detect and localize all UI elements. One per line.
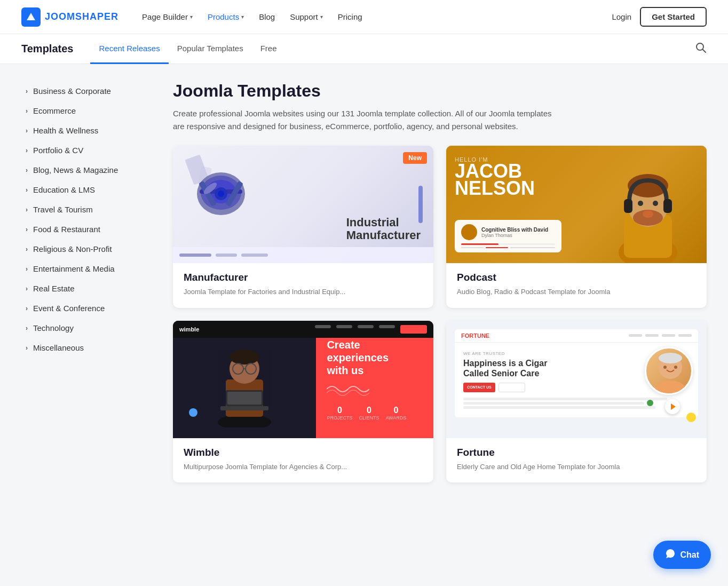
svg-point-36 [663,366,667,369]
template-thumb-manufacturer: IndustrialManufacturer New [173,146,433,263]
template-card-podcast[interactable]: HELLO I'M JACOBNELSON Cognitive Bliss wi… [446,146,707,308]
svg-point-37 [674,366,677,369]
chevron-right-icon: › [26,186,28,194]
chevron-right-icon: › [26,324,28,332]
get-started-button[interactable]: Get Started [640,7,707,27]
main-content: › Business & Corporate › Ecommerce › Hea… [0,64,728,586]
sidebar-item-travel[interactable]: › Travel & Tourism [21,200,149,219]
svg-point-21 [653,201,658,206]
tab-popular-templates[interactable]: Popular Templates [169,34,252,64]
template-info-podcast: Podcast Audio Blog, Radio & Podcast Temp… [446,263,707,308]
chevron-down-icon: ▾ [190,14,193,20]
svg-rect-19 [663,199,672,213]
template-thumb-fortune: FORTUNE WE ARE TRUSTED [446,321,707,438]
template-name: Podcast [457,272,696,283]
chevron-right-icon: › [26,167,28,174]
logo-icon [21,7,41,27]
tab-free[interactable]: Free [252,34,286,64]
sidebar-item-portfolio[interactable]: › Portfolio & CV [21,140,149,160]
sidebar-item-blog[interactable]: › Blog, News & Magazine [21,160,149,180]
template-card-wimble[interactable]: Createexperienceswith us 0 [173,321,433,483]
sidebar-item-food[interactable]: › Food & Restaurant [21,219,149,239]
template-name: Wimble [184,447,423,458]
svg-rect-18 [624,199,632,213]
template-description: Audio Blog, Radio & Podcast Template for… [457,287,696,297]
chevron-right-icon: › [26,285,28,292]
template-grid: IndustrialManufacturer New M [173,146,707,482]
chevron-right-icon: › [26,265,28,273]
sidebar-item-education[interactable]: › Education & LMS [21,180,149,200]
templates-bar-left: Templates Recent Releases Popular Templa… [21,34,286,64]
search-button[interactable] [695,42,707,56]
template-name: Manufacturer [184,272,423,283]
svg-line-3 [703,50,706,53]
template-thumb-wimble: Createexperienceswith us 0 [173,321,433,438]
sidebar-item-entertainment[interactable]: › Entertainment & Media [21,259,149,279]
svg-point-11 [218,191,224,197]
svg-point-26 [230,350,259,365]
sidebar-item-realestate[interactable]: › Real Estate [21,279,149,298]
sidebar-item-business[interactable]: › Business & Corporate [21,81,149,101]
svg-rect-29 [227,392,262,405]
svg-point-35 [659,353,682,363]
templates-nav: Recent Releases Popular Templates Free [90,34,285,64]
login-button[interactable]: Login [612,12,631,21]
page-title: Joomla Templates [173,81,707,101]
nav-pricing[interactable]: Pricing [331,8,369,26]
header-left: JOOMSHAPER Page Builder ▾ Products ▾ Blo… [21,7,369,27]
main-nav: Page Builder ▾ Products ▾ Blog Support ▾… [136,8,369,26]
chat-icon [665,548,676,561]
content-header: Joomla Templates Create professional Joo… [173,81,707,133]
svg-point-22 [643,210,653,218]
svg-point-20 [638,201,643,206]
header-right: Login Get Started [612,7,707,27]
chevron-right-icon: › [26,305,28,312]
template-description: Elderly Care and Old Age Home Template f… [457,462,696,472]
chevron-right-icon: › [26,127,28,134]
page-description: Create professional Joomla websites usin… [173,107,557,133]
site-header: JOOMSHAPER Page Builder ▾ Products ▾ Blo… [0,0,728,34]
svg-rect-1 [29,16,33,20]
svg-rect-27 [220,406,268,410]
template-info-fortune: Fortune Elderly Care and Old Age Home Te… [446,438,707,483]
nav-page-builder[interactable]: Page Builder ▾ [136,8,199,26]
templates-title: Templates [21,43,73,55]
sidebar-item-technology[interactable]: › Technology [21,318,149,338]
sidebar: › Business & Corporate › Ecommerce › Hea… [0,64,160,586]
nav-support[interactable]: Support ▾ [283,8,329,26]
sidebar-item-ecommerce[interactable]: › Ecommerce [21,101,149,121]
content-area: Joomla Templates Create professional Joo… [160,64,728,586]
chevron-right-icon: › [26,344,28,352]
template-info-manufacturer: Manufacturer Joomla Template for Factori… [173,263,433,308]
template-info-wimble: Wimble Multipurpose Joomla Template for … [173,438,433,483]
logo-text: JOOMSHAPER [45,11,118,22]
chevron-right-icon: › [26,246,28,253]
template-description: Joomla Template for Factories and Indust… [184,287,423,297]
chevron-right-icon: › [26,226,28,233]
template-card-fortune[interactable]: FORTUNE WE ARE TRUSTED [446,321,707,483]
nav-blog[interactable]: Blog [252,8,281,26]
sidebar-item-event[interactable]: › Event & Conference [21,298,149,318]
templates-bar: Templates Recent Releases Popular Templa… [0,34,728,64]
chevron-right-icon: › [26,206,28,213]
logo[interactable]: JOOMSHAPER [21,7,118,27]
sidebar-item-religious[interactable]: › Religious & Non-Profit [21,239,149,259]
chevron-right-icon: › [26,107,28,115]
tab-recent-releases[interactable]: Recent Releases [90,34,168,64]
chevron-right-icon: › [26,147,28,154]
chevron-down-icon: ▾ [241,14,244,20]
sidebar-item-miscellaneous[interactable]: › Miscellaneous [21,338,149,358]
template-card-manufacturer[interactable]: IndustrialManufacturer New M [173,146,433,308]
chat-label: Chat [680,550,699,560]
nav-products[interactable]: Products ▾ [201,8,250,26]
chevron-right-icon: › [26,88,28,95]
new-badge: New [403,152,427,164]
chat-button[interactable]: Chat [653,541,711,569]
template-name: Fortune [457,447,696,458]
template-description: Multipurpose Joomla Template for Agencie… [184,462,423,472]
svg-point-34 [654,381,686,395]
sidebar-item-health[interactable]: › Health & Wellness [21,121,149,140]
chevron-down-icon: ▾ [320,14,323,20]
template-thumb-podcast: HELLO I'M JACOBNELSON Cognitive Bliss wi… [446,146,707,263]
